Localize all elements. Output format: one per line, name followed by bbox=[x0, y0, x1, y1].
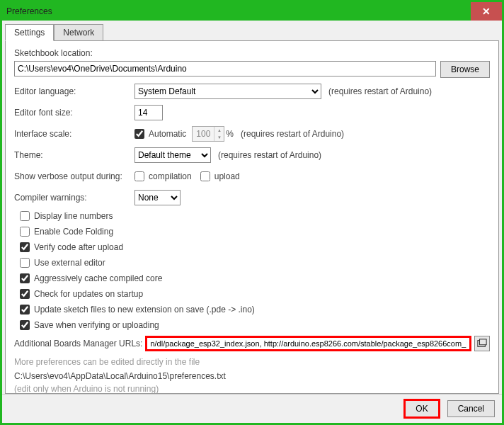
close-button[interactable]: ✕ bbox=[471, 2, 502, 21]
theme-hint: (requires restart of Arduino) bbox=[218, 150, 321, 160]
theme-select[interactable]: Default theme bbox=[134, 147, 211, 163]
chevron-down-icon: ▼ bbox=[214, 134, 224, 141]
additional-boards-input[interactable] bbox=[145, 336, 471, 351]
editor-font-input[interactable] bbox=[134, 105, 163, 120]
external-editor-checkbox[interactable]: Use external editor bbox=[20, 258, 490, 268]
editor-language-hint: (requires restart of Arduino) bbox=[328, 86, 432, 96]
chevron-up-icon: ▲ bbox=[214, 127, 224, 134]
titlebar: Preferences ✕ bbox=[2, 2, 502, 21]
edit-only-note: (edit only when Arduino is not running) bbox=[14, 384, 490, 394]
prefs-file-path[interactable]: C:\Users\evo4\AppData\Local\Arduino15\pr… bbox=[14, 371, 490, 381]
percent-label: % bbox=[226, 129, 234, 139]
browse-button[interactable]: Browse bbox=[440, 61, 490, 78]
additional-boards-label: Additional Boards Manager URLs: bbox=[14, 339, 142, 348]
sketchbook-label: Sketchbook location: bbox=[14, 48, 490, 58]
additional-boards-expand-button[interactable] bbox=[474, 336, 490, 351]
verbose-label: Show verbose output during: bbox=[14, 171, 134, 181]
cancel-button[interactable]: Cancel bbox=[447, 400, 495, 417]
more-prefs-note: More preferences can be edited directly … bbox=[14, 357, 490, 367]
interface-scale-spinner[interactable]: ▲▼ bbox=[192, 126, 224, 142]
sketchbook-path-input[interactable] bbox=[14, 61, 436, 76]
editor-font-label: Editor font size: bbox=[14, 108, 134, 118]
check-updates-checkbox[interactable]: Check for updates on startup bbox=[20, 289, 490, 299]
svg-rect-1 bbox=[480, 339, 487, 345]
options-list: Display line numbers Enable Code Folding… bbox=[14, 211, 490, 330]
verbose-upload-checkbox[interactable]: upload bbox=[200, 171, 240, 181]
update-sketch-ext-checkbox[interactable]: Update sketch files to new extension on … bbox=[20, 305, 490, 314]
tab-network[interactable]: Network bbox=[54, 24, 103, 41]
save-verify-checkbox[interactable]: Save when verifying or uploading bbox=[20, 320, 490, 330]
editor-language-label: Editor language: bbox=[14, 86, 134, 96]
compiler-warnings-select[interactable]: None bbox=[134, 190, 181, 205]
preferences-window: Preferences ✕ Settings Network Sketchboo… bbox=[0, 0, 504, 425]
theme-label: Theme: bbox=[14, 150, 134, 160]
ok-button[interactable]: OK bbox=[405, 400, 438, 417]
cache-compiled-checkbox[interactable]: Aggressively cache compiled core bbox=[20, 273, 490, 283]
tab-settings[interactable]: Settings bbox=[5, 24, 54, 41]
editor-language-select[interactable]: System Default bbox=[134, 84, 321, 99]
interface-scale-auto-checkbox[interactable]: Automatic bbox=[134, 129, 186, 139]
interface-scale-hint: (requires restart of Arduino) bbox=[241, 129, 344, 139]
enable-code-folding-checkbox[interactable]: Enable Code Folding bbox=[20, 227, 490, 237]
verify-code-checkbox[interactable]: Verify code after upload bbox=[20, 242, 490, 252]
settings-panel: Sketchbook location: Browse Editor langu… bbox=[5, 40, 499, 394]
verbose-compile-checkbox[interactable]: compilation bbox=[134, 171, 192, 181]
dialog-footer: OK Cancel bbox=[2, 394, 502, 423]
close-icon: ✕ bbox=[482, 6, 491, 17]
display-line-numbers-checkbox[interactable]: Display line numbers bbox=[20, 211, 490, 221]
interface-scale-label: Interface scale: bbox=[14, 129, 134, 139]
window-icon bbox=[477, 339, 487, 348]
tabbar: Settings Network bbox=[2, 21, 502, 40]
compiler-warnings-label: Compiler warnings: bbox=[14, 193, 134, 203]
window-title: Preferences bbox=[6, 6, 471, 16]
